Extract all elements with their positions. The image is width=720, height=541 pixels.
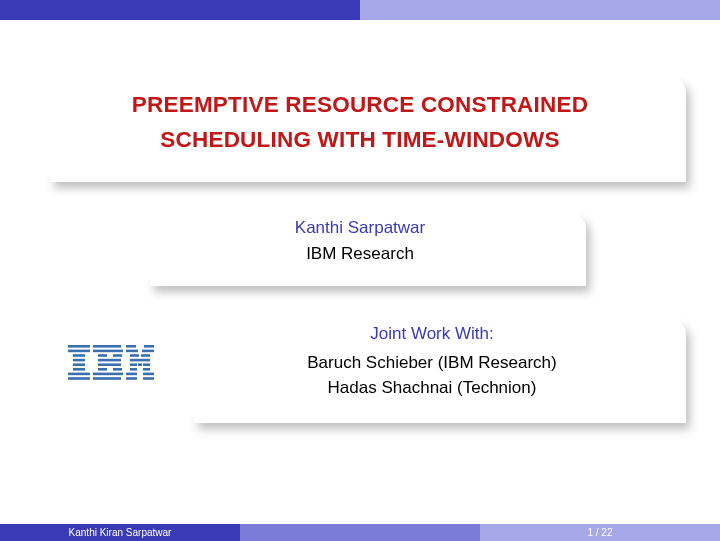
title-line-2: SCHEDULING WITH TIME-WINDOWS bbox=[160, 127, 559, 152]
svg-rect-6 bbox=[68, 373, 90, 376]
footer-author: Kanthi Kiran Sarpatwar bbox=[0, 524, 240, 541]
svg-rect-16 bbox=[93, 373, 123, 376]
svg-rect-14 bbox=[98, 368, 107, 371]
svg-rect-25 bbox=[130, 364, 137, 367]
svg-rect-22 bbox=[130, 354, 139, 357]
svg-rect-20 bbox=[126, 350, 138, 353]
header-bar bbox=[0, 0, 720, 20]
svg-rect-27 bbox=[143, 364, 150, 367]
svg-rect-3 bbox=[73, 359, 85, 362]
svg-rect-15 bbox=[113, 368, 122, 371]
svg-rect-29 bbox=[143, 368, 150, 371]
svg-rect-19 bbox=[144, 345, 154, 348]
svg-rect-2 bbox=[73, 354, 85, 357]
footer-mid bbox=[240, 524, 480, 541]
author-name: Kanthi Sarpatwar bbox=[160, 218, 560, 238]
svg-rect-18 bbox=[126, 345, 136, 348]
svg-rect-30 bbox=[126, 373, 137, 376]
title-line-1: PREEMPTIVE RESOURCE CONSTRAINED bbox=[132, 92, 588, 117]
coauthor-2: Hadas Shachnai (Technion) bbox=[204, 375, 660, 401]
svg-rect-9 bbox=[93, 350, 123, 353]
footer-bar: Kanthi Kiran Sarpatwar 1 / 22 bbox=[0, 524, 720, 541]
svg-rect-1 bbox=[68, 350, 90, 353]
svg-rect-32 bbox=[126, 377, 137, 380]
header-bar-light bbox=[360, 0, 720, 20]
footer-page-number: 1 / 22 bbox=[480, 524, 720, 541]
header-bar-dark bbox=[0, 0, 360, 20]
svg-rect-33 bbox=[143, 377, 154, 380]
svg-rect-23 bbox=[141, 354, 150, 357]
joint-work-block: Joint Work With: Baruch Schieber (IBM Re… bbox=[184, 310, 680, 417]
svg-rect-21 bbox=[142, 350, 154, 353]
slide-title: PREEMPTIVE RESOURCE CONSTRAINED SCHEDULI… bbox=[60, 88, 660, 158]
svg-rect-13 bbox=[98, 364, 121, 367]
svg-rect-5 bbox=[73, 368, 85, 371]
svg-rect-17 bbox=[93, 377, 121, 380]
joint-work-row: Joint Work With: Baruch Schieber (IBM Re… bbox=[40, 310, 680, 417]
svg-rect-11 bbox=[113, 354, 122, 357]
svg-rect-8 bbox=[93, 345, 121, 348]
svg-rect-12 bbox=[98, 359, 121, 362]
svg-rect-10 bbox=[98, 354, 107, 357]
svg-rect-7 bbox=[68, 377, 90, 380]
ibm-logo-icon bbox=[68, 345, 154, 381]
svg-rect-24 bbox=[130, 359, 150, 362]
coauthor-1: Baruch Schieber (IBM Research) bbox=[204, 350, 660, 376]
svg-rect-26 bbox=[138, 364, 142, 367]
svg-rect-0 bbox=[68, 345, 90, 348]
svg-rect-4 bbox=[73, 364, 85, 367]
title-block: PREEMPTIVE RESOURCE CONSTRAINED SCHEDULI… bbox=[40, 68, 680, 176]
svg-rect-31 bbox=[143, 373, 154, 376]
svg-rect-28 bbox=[130, 368, 137, 371]
joint-work-heading: Joint Work With: bbox=[204, 324, 660, 344]
author-block: Kanthi Sarpatwar IBM Research bbox=[140, 204, 580, 280]
author-affiliation: IBM Research bbox=[160, 244, 560, 264]
